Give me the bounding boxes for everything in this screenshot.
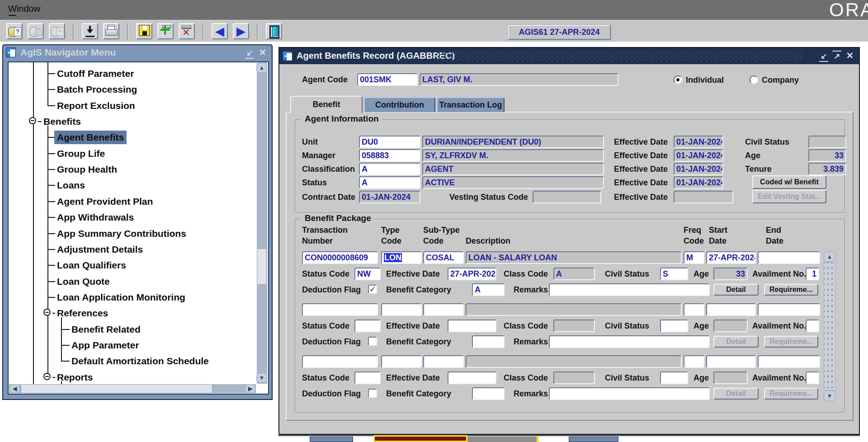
tree-item-app-withdrawals[interactable]: App Withdrawals [9,209,255,226]
class-code-field[interactable] [553,320,595,332]
tree-item-benefit-related[interactable]: Benefit Related [9,321,255,338]
print-button[interactable] [103,23,119,39]
availment-no-field[interactable] [806,371,819,384]
remarks-field[interactable] [549,335,710,348]
tree-item-loan-application-monitoring[interactable]: Loan Application Monitoring [9,289,255,306]
freq-code-field[interactable] [684,303,704,316]
vesting-effective-date-field[interactable] [674,191,733,203]
collapse-icon[interactable] [29,117,36,124]
scroll-thumb[interactable] [21,384,212,393]
type-code-field[interactable]: LON [381,251,422,264]
previous-record-button[interactable] [212,23,228,39]
sub-type-code-field[interactable]: COSAL [423,251,464,264]
vesting-status-code-field[interactable] [533,191,601,203]
tab-contribution[interactable]: Contribution [364,97,435,112]
description-field[interactable] [466,303,682,316]
freq-code-field[interactable] [684,355,704,368]
civil-status-field[interactable] [660,371,688,384]
deduction-flag-checkbox[interactable] [368,337,377,346]
type-code-field[interactable] [381,303,422,316]
end-date-field[interactable] [758,303,820,316]
description-field[interactable]: LOAN - SALARY LOAN [466,251,682,264]
age-field[interactable]: 33 [713,268,748,280]
scroll-right-button[interactable]: ▶ [245,384,255,393]
class-code-field[interactable]: A [553,268,595,280]
tree-item-cutoff-parameter[interactable]: Cutoff Parameter [9,66,255,82]
end-date-field[interactable] [758,355,820,368]
age-field[interactable] [713,320,748,332]
requirements-button[interactable]: Requireme... [764,388,818,400]
freq-code-field[interactable]: M [684,251,704,264]
benefit-scrollbar[interactable]: ▲ ▼ [824,251,835,401]
edit-vesting-status-button[interactable]: Edit Vesting Stat... [752,190,826,203]
sub-type-code-field[interactable] [423,303,464,316]
end-date-field[interactable] [758,251,820,264]
agent-info-code-field[interactable]: DU0 [359,136,420,148]
close-icon[interactable]: ✕ [258,47,267,58]
execute-query-button[interactable] [28,23,44,39]
detail-button[interactable]: Detail [713,388,759,400]
agent-info-desc-field[interactable]: SY, ZLFRXDV M. [422,149,604,162]
transaction-number-field[interactable] [302,303,378,316]
start-date-field[interactable]: 27-APR-2024 [706,251,756,264]
delete-record-button[interactable] [179,23,195,39]
availment-no-field[interactable]: 1 [806,268,819,280]
tree-item-batch-processing[interactable]: Batch Processing [9,81,255,98]
age-field[interactable] [713,371,748,384]
tree-item-references[interactable]: References [9,305,255,321]
tree-item-reports[interactable]: Reports [9,369,255,384]
enter-query-button[interactable] [6,23,23,39]
scroll-up-button[interactable]: ▲ [256,63,267,73]
tab-transaction-log[interactable]: Transaction Log [437,97,505,112]
collapse-icon[interactable] [43,373,51,380]
tree-item-app-summary-contributions[interactable]: App Summary Contributions [9,226,255,242]
scroll-track[interactable] [824,262,835,390]
scroll-up-button[interactable]: ▲ [824,251,835,262]
requirements-button[interactable]: Requireme... [764,284,818,296]
tree-item-loan-quote[interactable]: Loan Quote [9,273,255,290]
tree-item-agent-provident-plan[interactable]: Agent Provident Plan [9,193,255,210]
agent-info-right-field[interactable]: 3.839 [808,163,846,175]
effective-date-field[interactable] [448,320,496,332]
menu-window[interactable]: Window [8,4,40,14]
insert-record-button[interactable] [157,23,174,39]
agent-info-desc-field[interactable]: DURIAN/INDEPENDENT (DU0) [422,136,604,148]
status-code-field[interactable] [354,371,381,384]
tree-horizontal-scrollbar[interactable]: ◀ ▶ [9,384,256,394]
sub-type-code-field[interactable] [423,355,464,368]
detail-button[interactable]: Detail [713,336,759,348]
minimize-icon[interactable]: ↙ [245,48,254,59]
effective-date-field[interactable]: 01-JAN-2024 [674,149,723,162]
benefit-category-field[interactable] [472,335,505,348]
agent-info-right-field[interactable]: 33 [808,149,846,162]
status-code-field[interactable] [354,320,381,332]
remarks-field[interactable] [549,283,710,296]
list-of-values-button[interactable] [82,23,98,39]
scroll-left-button[interactable]: ◀ [9,384,20,393]
transaction-number-field[interactable]: CON0000008609 [302,251,378,264]
agent-info-code-field[interactable]: A [359,176,420,189]
scroll-down-button[interactable]: ▼ [824,390,835,401]
agent-name-field[interactable]: LAST, GIV M. [420,73,618,86]
status-code-field[interactable]: NW [354,268,381,280]
tree-item-benefits[interactable]: Benefits [9,113,255,130]
start-date-field[interactable] [706,303,756,316]
tree-item-adjustment-details[interactable]: Adjustment Details [9,241,255,258]
start-date-field[interactable] [706,355,756,368]
record-titlebar[interactable]: Agent Benefits Record (AGABBREC) ↙↗✕ [279,48,859,64]
maximize-icon[interactable]: ↗ [832,51,841,61]
tree-item-default-amortization-schedule[interactable]: Default Amortization Schedule [9,353,255,369]
collapse-icon[interactable] [43,309,51,316]
description-field[interactable] [466,355,682,368]
tree-item-loans[interactable]: Loans [9,177,255,193]
tree-item-app-parameter[interactable]: App Parameter [9,337,255,353]
tree-item-loan-qualifiers[interactable]: Loan Qualifiers [9,257,255,273]
civil-status-field[interactable] [660,320,688,332]
requirements-button[interactable]: Requireme... [764,336,818,348]
close-icon[interactable]: ✕ [845,50,854,61]
effective-date-field[interactable] [448,371,496,384]
scroll-down-button[interactable]: ▼ [256,373,267,383]
effective-date-field[interactable]: 01-JAN-2024 [674,136,723,148]
effective-date-field[interactable]: 27-APR-2024 [448,268,496,280]
tree-item-group-life[interactable]: Group Life [9,146,255,162]
